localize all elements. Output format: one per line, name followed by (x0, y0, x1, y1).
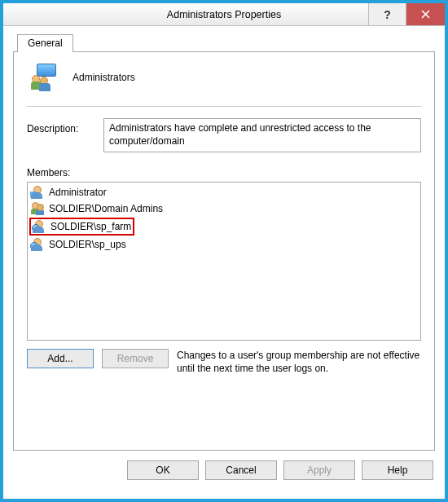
add-button[interactable]: Add... (27, 349, 94, 368)
group-icon (32, 64, 59, 91)
group-name-label: Administrators (72, 72, 135, 83)
help-button[interactable]: ? (368, 3, 406, 25)
domain-user-icon (33, 220, 46, 233)
domain-user-icon (31, 238, 44, 251)
highlight-annotation: SOLDIER\sp_farm (29, 218, 134, 236)
member-name: Administrator (49, 185, 107, 200)
ok-button[interactable]: OK (127, 460, 199, 480)
group-header: Administrators (32, 64, 421, 91)
close-button[interactable] (406, 3, 445, 25)
description-input[interactable] (103, 118, 421, 152)
members-label: Members: (27, 167, 421, 178)
help-button-dialog[interactable]: Help (362, 460, 433, 480)
list-item[interactable]: SOLDIER\Domain Admins (29, 200, 419, 217)
group-icon (31, 202, 44, 215)
membership-note: Changes to a user's group membership are… (177, 349, 421, 375)
member-name: SOLDIER\Domain Admins (49, 201, 163, 216)
member-name: SOLDIER\sp_farm (51, 219, 131, 234)
window-title: Administrators Properties (167, 9, 281, 20)
members-list[interactable]: Administrator SOLDIER\Domain Admins SOLD… (27, 182, 421, 341)
dialog-buttons: OK Cancel Apply Help (3, 451, 445, 490)
close-icon (421, 10, 430, 19)
member-name: SOLDIER\sp_ups (49, 237, 126, 252)
titlebar: Administrators Properties ? (3, 3, 445, 26)
remove-button[interactable]: Remove (102, 349, 169, 368)
description-row: Description: (27, 118, 421, 152)
list-item[interactable]: SOLDIER\sp_farm (29, 217, 419, 236)
description-label: Description: (27, 118, 92, 152)
tab-strip: General (3, 26, 445, 52)
list-item[interactable]: Administrator (29, 184, 419, 200)
user-admin-icon (31, 186, 44, 199)
cancel-button[interactable]: Cancel (205, 460, 277, 480)
tab-general[interactable]: General (17, 34, 73, 52)
tab-panel-general: Administrators Description: Members: Adm… (13, 51, 435, 451)
divider (27, 106, 421, 107)
apply-button[interactable]: Apply (283, 460, 355, 480)
list-item[interactable]: SOLDIER\sp_ups (29, 236, 419, 253)
titlebar-buttons: ? (368, 3, 445, 25)
member-buttons-row: Add... Remove Changes to a user's group … (27, 349, 421, 375)
